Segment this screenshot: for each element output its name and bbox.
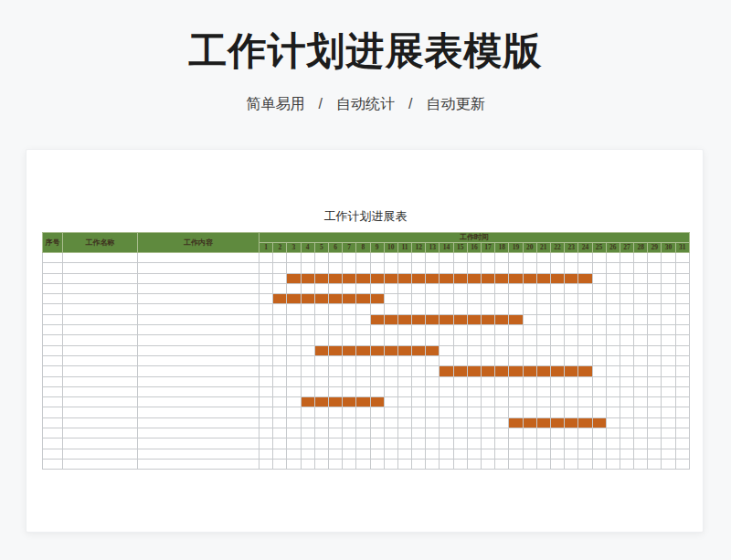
serial-cell (43, 386, 63, 396)
day-cell (260, 314, 273, 324)
day-cell (314, 325, 328, 335)
task-content-cell (138, 314, 260, 324)
day-cell (482, 345, 495, 355)
day-cell (384, 366, 397, 376)
day-cell (273, 335, 287, 345)
task-name-cell (63, 314, 138, 324)
task-content-cell (138, 397, 260, 407)
day-cell (453, 355, 467, 365)
day-cell (356, 314, 370, 324)
day-cell (426, 438, 440, 449)
day-cell (592, 335, 606, 345)
day-cell (314, 304, 328, 314)
day-cell (662, 304, 675, 314)
gantt-bar-cell (565, 417, 578, 428)
day-cell (440, 263, 453, 273)
day-cell (592, 355, 606, 365)
day-cell (634, 449, 648, 459)
day-cell (412, 335, 426, 345)
day-cell (301, 438, 314, 449)
task-content-cell (138, 386, 260, 396)
day-cell (314, 449, 328, 459)
day-cell (592, 304, 606, 314)
day-cell (384, 253, 397, 263)
day-cell (620, 253, 633, 263)
task-content-cell (138, 366, 260, 376)
day-cell (482, 449, 495, 459)
day-cell (440, 355, 453, 365)
day-cell (453, 304, 467, 314)
day-cell (578, 263, 592, 273)
gantt-bar-cell (343, 397, 356, 407)
gantt-bar-cell (440, 314, 453, 324)
task-name-cell (63, 283, 138, 293)
day-cell (675, 449, 689, 459)
task-content-cell (138, 355, 260, 365)
day-cell (384, 417, 397, 428)
day-cell (467, 325, 481, 335)
day-cell (397, 325, 411, 335)
day-cell (287, 376, 301, 386)
day-cell (550, 283, 564, 293)
day-cell (578, 253, 592, 263)
day-cell (662, 449, 675, 459)
day-cell (467, 386, 481, 396)
day-cell (523, 325, 536, 335)
day-cell (384, 407, 397, 417)
serial-cell (43, 376, 63, 386)
gantt-bar-cell (273, 294, 287, 304)
sheet-title: 工作计划进展表 (42, 208, 689, 225)
day-cell (565, 283, 578, 293)
day-header-cell: 8 (356, 243, 370, 253)
gantt-bar-cell (550, 366, 564, 376)
day-cell (509, 325, 523, 335)
day-cell (343, 314, 356, 324)
gantt-bar-cell (565, 273, 578, 283)
table-row (43, 335, 690, 345)
day-cell (536, 397, 550, 407)
day-cell (523, 459, 536, 469)
day-cell (301, 386, 314, 396)
table-row (43, 386, 690, 396)
day-cell (662, 294, 675, 304)
day-cell (412, 438, 426, 449)
day-cell (440, 386, 453, 396)
day-cell (412, 366, 426, 376)
day-cell (453, 449, 467, 459)
table-row (43, 345, 690, 355)
day-cell (648, 355, 662, 365)
day-cell (397, 449, 411, 459)
day-cell (550, 449, 564, 459)
day-cell (328, 459, 342, 469)
day-cell (384, 335, 397, 345)
table-row (43, 314, 690, 324)
table-row (43, 397, 690, 407)
task-content-cell (138, 273, 260, 283)
day-cell (495, 397, 509, 407)
day-cell (565, 376, 578, 386)
day-cell (648, 345, 662, 355)
day-cell (397, 397, 411, 407)
day-cell (634, 386, 648, 396)
day-cell (592, 273, 606, 283)
day-cell (384, 294, 397, 304)
day-cell (384, 438, 397, 449)
gantt-bar-cell (550, 417, 564, 428)
day-cell (370, 263, 384, 273)
day-cell (397, 263, 411, 273)
day-cell (482, 325, 495, 335)
day-cell (356, 438, 370, 449)
day-cell (260, 428, 273, 438)
day-cell (536, 449, 550, 459)
day-cell (523, 335, 536, 345)
day-cell (620, 428, 633, 438)
day-cell (662, 428, 675, 438)
day-cell (620, 304, 633, 314)
day-cell (314, 355, 328, 365)
day-cell (426, 459, 440, 469)
day-cell (620, 314, 633, 324)
gantt-bar-cell (328, 273, 342, 283)
day-cell (523, 449, 536, 459)
serial-cell (43, 273, 63, 283)
gantt-bar-cell (440, 366, 453, 376)
